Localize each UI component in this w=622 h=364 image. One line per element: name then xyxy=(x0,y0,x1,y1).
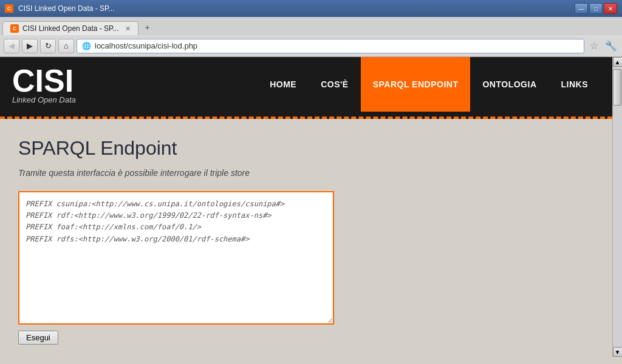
scroll-thumb[interactable] xyxy=(613,69,621,106)
scroll-up-button[interactable]: ▲ xyxy=(613,57,623,67)
tools-button[interactable]: 🔧 xyxy=(604,39,618,53)
page-heading: SPARQL Endpoint xyxy=(18,137,594,160)
tab-icon: C xyxy=(10,24,19,33)
new-tab-button[interactable]: + xyxy=(141,21,154,34)
nav-home[interactable]: HOME xyxy=(258,57,309,112)
logo-tagline: Linked Open Data xyxy=(12,95,76,104)
page-subtitle: Tramite questa interfaccia è possibile i… xyxy=(18,168,594,178)
reload-button[interactable]: ↻ xyxy=(40,39,56,53)
tab-bar: C CISI Linked Open Data - SP... ✕ + xyxy=(0,17,622,35)
site-logo: CISI Linked Open Data xyxy=(12,65,76,104)
minimize-button[interactable]: — xyxy=(575,3,588,14)
nav-cose[interactable]: COS'È xyxy=(309,57,361,112)
header-border xyxy=(0,112,612,119)
address-text: localhost/csunipa/cisi-lod.php xyxy=(95,41,197,50)
title-text: CISI Linked Open Data - SP... xyxy=(18,4,115,13)
window-controls: — □ ✕ xyxy=(575,3,617,14)
address-icon: 🌐 xyxy=(82,42,91,50)
active-tab[interactable]: C CISI Linked Open Data - SP... ✕ xyxy=(2,21,138,35)
title-bar: C CISI Linked Open Data - SP... — □ ✕ xyxy=(0,0,622,17)
scroll-down-button[interactable]: ▼ xyxy=(613,347,623,357)
home-button[interactable]: ⌂ xyxy=(58,39,74,53)
logo-text: CISI xyxy=(12,65,76,96)
forward-button[interactable]: ▶ xyxy=(22,39,38,53)
site-header: CISI Linked Open Data HOME COS'È SPARQL … xyxy=(0,57,612,112)
scrollbar: ▲ ▼ xyxy=(612,57,622,357)
site-nav: HOME COS'È SPARQL ENDPOINT ONTOLOGIA LIN… xyxy=(258,57,600,112)
bookmark-button[interactable]: ☆ xyxy=(587,39,601,53)
scroll-track[interactable] xyxy=(613,67,623,347)
nav-links[interactable]: LINKS xyxy=(549,57,601,112)
tab-label: CISI Linked Open Data - SP... xyxy=(22,24,119,33)
address-bar-row: ◀ ▶ ↻ ⌂ 🌐 localhost/csunipa/cisi-lod.php… xyxy=(0,35,622,57)
main-area: SPARQL Endpoint Tramite questa interfacc… xyxy=(0,119,612,357)
tab-close-button[interactable]: ✕ xyxy=(125,25,131,33)
nav-ontologia[interactable]: ONTOLOGIA xyxy=(470,57,549,112)
back-button[interactable]: ◀ xyxy=(4,39,19,53)
submit-button[interactable]: Esegui xyxy=(18,331,58,345)
sparql-textarea[interactable] xyxy=(18,191,334,325)
tab-favicon: C xyxy=(5,4,13,13)
address-bar[interactable]: 🌐 localhost/csunipa/cisi-lod.php xyxy=(77,39,584,53)
browser-window: C CISI Linked Open Data - SP... — □ ✕ C … xyxy=(0,0,622,357)
page-content: CISI Linked Open Data HOME COS'È SPARQL … xyxy=(0,57,622,357)
main-content: CISI Linked Open Data HOME COS'È SPARQL … xyxy=(0,57,612,357)
close-button[interactable]: ✕ xyxy=(604,3,617,14)
nav-sparql[interactable]: SPARQL ENDPOINT xyxy=(361,57,471,112)
maximize-button[interactable]: □ xyxy=(589,3,603,14)
